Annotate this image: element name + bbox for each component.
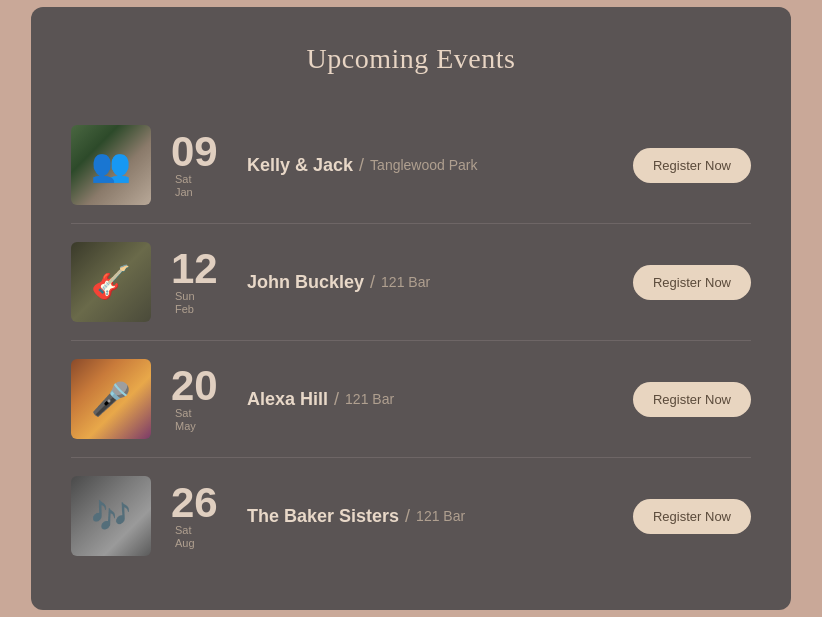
event-name-1: Kelly & Jack [247, 155, 353, 176]
event-date-sub-1: Sat Jan [175, 173, 193, 199]
page-title: Upcoming Events [71, 43, 751, 75]
event-month-3: May [175, 420, 196, 433]
event-weekday-3: Sat [175, 407, 196, 420]
event-info-3: Alexa Hill / 121 Bar [247, 389, 633, 410]
register-button-4[interactable]: Register Now [633, 499, 751, 534]
event-date-sub-2: Sun Feb [175, 290, 195, 316]
event-item: 12 Sun Feb John Buckley / 121 Bar Regist… [71, 224, 751, 341]
event-weekday-2: Sun [175, 290, 195, 303]
event-weekday-1: Sat [175, 173, 193, 186]
event-separator-4: / [405, 506, 410, 527]
event-item: 26 Sat Aug The Baker Sisters / 121 Bar R… [71, 458, 751, 574]
event-month-4: Aug [175, 537, 195, 550]
register-button-1[interactable]: Register Now [633, 148, 751, 183]
register-button-2[interactable]: Register Now [633, 265, 751, 300]
event-separator-3: / [334, 389, 339, 410]
register-button-3[interactable]: Register Now [633, 382, 751, 417]
event-day-3: 20 [171, 365, 218, 407]
event-name-4: The Baker Sisters [247, 506, 399, 527]
event-name-2: John Buckley [247, 272, 364, 293]
event-day-2: 12 [171, 248, 218, 290]
event-date-3: 20 Sat May [171, 365, 231, 433]
event-thumbnail-4 [71, 476, 151, 556]
event-separator-1: / [359, 155, 364, 176]
event-thumbnail-1 [71, 125, 151, 205]
event-date-sub-3: Sat May [175, 407, 196, 433]
event-name-3: Alexa Hill [247, 389, 328, 410]
event-date-4: 26 Sat Aug [171, 482, 231, 550]
event-item: 09 Sat Jan Kelly & Jack / Tanglewood Par… [71, 107, 751, 224]
event-day-4: 26 [171, 482, 218, 524]
event-month-2: Feb [175, 303, 195, 316]
event-venue-1: Tanglewood Park [370, 157, 477, 173]
event-thumbnail-2 [71, 242, 151, 322]
event-date-sub-4: Sat Aug [175, 524, 195, 550]
event-day-1: 09 [171, 131, 218, 173]
event-month-1: Jan [175, 186, 193, 199]
event-date-2: 12 Sun Feb [171, 248, 231, 316]
event-venue-2: 121 Bar [381, 274, 430, 290]
event-venue-4: 121 Bar [416, 508, 465, 524]
event-date-1: 09 Sat Jan [171, 131, 231, 199]
event-thumbnail-3 [71, 359, 151, 439]
event-venue-3: 121 Bar [345, 391, 394, 407]
event-info-1: Kelly & Jack / Tanglewood Park [247, 155, 633, 176]
event-list: 09 Sat Jan Kelly & Jack / Tanglewood Par… [71, 107, 751, 574]
events-card: Upcoming Events 09 Sat Jan Kelly & Jack … [31, 7, 791, 610]
event-item: 20 Sat May Alexa Hill / 121 Bar Register… [71, 341, 751, 458]
event-separator-2: / [370, 272, 375, 293]
event-info-4: The Baker Sisters / 121 Bar [247, 506, 633, 527]
event-weekday-4: Sat [175, 524, 195, 537]
event-info-2: John Buckley / 121 Bar [247, 272, 633, 293]
